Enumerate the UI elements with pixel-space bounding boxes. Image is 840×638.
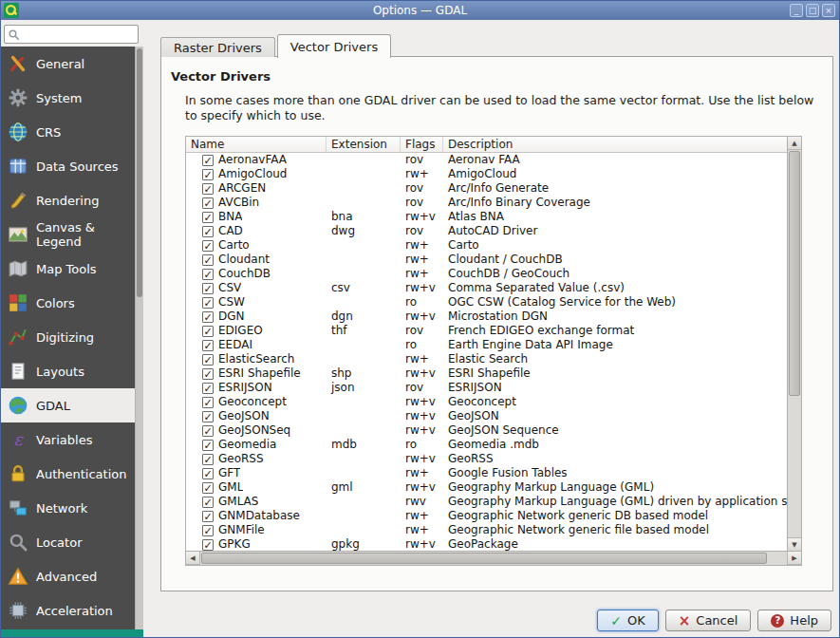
row-checkbox[interactable]: ✓	[202, 397, 214, 408]
sidebar-item-general[interactable]: General	[1, 47, 135, 81]
row-checkbox[interactable]: ✓	[202, 283, 214, 294]
titlebar[interactable]: Options — GDAL _ □ ×	[1, 1, 839, 20]
column-header-name[interactable]: Name	[186, 137, 327, 152]
table-row[interactable]: ✓ GMLAS rwv Geography Markup Language (G…	[186, 495, 787, 509]
row-checkbox[interactable]: ✓	[202, 269, 214, 280]
sidebar-item-authentication[interactable]: Authentication	[1, 457, 135, 491]
close-button[interactable]: ×	[822, 4, 835, 17]
settings-search-input[interactable]	[4, 25, 139, 44]
row-checkbox[interactable]: ✓	[202, 383, 214, 394]
sidebar-item-advanced[interactable]: Advanced	[1, 559, 135, 593]
sidebar-item-network[interactable]: Network	[1, 491, 135, 525]
sidebar-item-locator[interactable]: Locator	[1, 525, 135, 559]
table-row[interactable]: ✓ Carto rw+ Carto	[186, 238, 787, 253]
sidebar-item-colors[interactable]: Colors	[1, 286, 135, 320]
driver-name: DGN	[218, 310, 245, 324]
table-row[interactable]: ✓ ElasticSearch rw+ Elastic Search	[186, 352, 787, 366]
driver-flags: rov	[401, 181, 443, 196]
row-checkbox[interactable]: ✓	[202, 425, 214, 437]
ok-button[interactable]: ✓ OK	[597, 610, 659, 631]
sidebar-item-gdal[interactable]: GDAL	[1, 388, 135, 422]
sidebar-item-variables[interactable]: ε Variables	[1, 422, 135, 457]
minimize-button[interactable]: _	[790, 4, 803, 17]
row-checkbox[interactable]: ✓	[202, 155, 214, 166]
row-checkbox[interactable]: ✓	[202, 340, 214, 351]
vertical-scrollbar[interactable]: ▲ ▼	[787, 137, 801, 551]
table-row[interactable]: ✓ Geoconcept rw+v Geoconcept	[186, 395, 787, 409]
row-checkbox[interactable]: ✓	[202, 511, 214, 522]
tab-vector-drivers[interactable]: Vector Drivers	[277, 34, 391, 58]
sidebar-item-acceleration[interactable]: Acceleration	[1, 593, 135, 628]
table-row[interactable]: ✓ Cloudant rw+ Cloudant / CouchDB	[186, 253, 787, 267]
scroll-right-icon[interactable]: ▶	[787, 552, 801, 565]
row-checkbox[interactable]: ✓	[202, 326, 214, 337]
table-row[interactable]: ✓ GeoJSONSeq rw+v GeoJSON Sequence	[186, 423, 787, 438]
row-checkbox[interactable]: ✓	[202, 525, 214, 536]
maximize-button[interactable]: □	[806, 4, 819, 17]
table-row[interactable]: ✓ BNA bna rw+v Atlas BNA	[186, 210, 787, 224]
table-row[interactable]: ✓ GNMFile rw+ Geographic Network generic…	[186, 523, 787, 537]
driver-description: Carto	[443, 238, 787, 253]
table-row[interactable]: ✓ GeoJSON rw+v GeoJSON	[186, 409, 787, 423]
row-checkbox[interactable]: ✓	[202, 169, 214, 180]
sidebar-item-crs[interactable]: CRS	[1, 115, 135, 149]
sidebar-item-data-sources[interactable]: Data Sources	[1, 149, 135, 183]
row-checkbox[interactable]: ✓	[202, 226, 214, 237]
table-row[interactable]: ✓ CAD dwg rov AutoCAD Driver	[186, 224, 787, 238]
table-row[interactable]: ✓ GML gml rw+v Geography Markup Language…	[186, 480, 787, 495]
table-row[interactable]: ✓ GPKG gpkg rw+v GeoPackage	[186, 537, 787, 551]
table-row[interactable]: ✓ ESRI Shapefile shp rw+v ESRI Shapefile	[186, 366, 787, 381]
row-checkbox[interactable]: ✓	[202, 197, 214, 209]
cancel-button[interactable]: × Cancel	[665, 610, 752, 631]
row-checkbox[interactable]: ✓	[202, 254, 214, 266]
tab-raster-drivers[interactable]: Raster Drivers	[160, 37, 275, 57]
help-button[interactable]: ? Help	[757, 610, 831, 631]
horizontal-scroll-thumb[interactable]	[201, 553, 767, 564]
vertical-scroll-thumb[interactable]	[789, 151, 800, 396]
sidebar-item-rendering[interactable]: Rendering	[1, 183, 135, 217]
row-checkbox[interactable]: ✓	[202, 497, 214, 508]
row-checkbox[interactable]: ✓	[202, 482, 214, 494]
row-checkbox[interactable]: ✓	[202, 411, 214, 422]
sidebar-scrollbar[interactable]	[135, 47, 143, 631]
scroll-up-icon[interactable]: ▲	[788, 137, 801, 150]
row-checkbox[interactable]: ✓	[202, 539, 214, 551]
table-row[interactable]: ✓ AmigoCloud rw+ AmigoCloud	[186, 167, 787, 181]
table-row[interactable]: ✓ CSV csv rw+v Comma Separated Value (.c…	[186, 281, 787, 295]
row-checkbox[interactable]: ✓	[202, 354, 214, 366]
table-row[interactable]: ✓ ARCGEN rov Arc/Info Generate	[186, 181, 787, 196]
row-checkbox[interactable]: ✓	[202, 240, 214, 252]
row-checkbox[interactable]: ✓	[202, 212, 214, 223]
sidebar-item-layouts[interactable]: Layouts	[1, 354, 135, 388]
table-row[interactable]: ✓ AVCBin rov Arc/Info Binary Coverage	[186, 196, 787, 210]
table-row[interactable]: ✓ CSW ro OGC CSW (Catalog Service for th…	[186, 295, 787, 310]
row-checkbox[interactable]: ✓	[202, 454, 214, 465]
sidebar-scroll-thumb[interactable]	[137, 48, 142, 297]
sidebar-item-canvas-legend[interactable]: Canvas & Legend	[1, 217, 135, 252]
column-header-extension[interactable]: Extension	[327, 137, 401, 152]
row-checkbox[interactable]: ✓	[202, 297, 214, 309]
sidebar-item-system[interactable]: System	[1, 81, 135, 115]
horizontal-scrollbar[interactable]: ◀ ▶	[186, 551, 801, 565]
table-row[interactable]: ✓ EDIGEO thf rov French EDIGEO exchange …	[186, 324, 787, 338]
row-checkbox[interactable]: ✓	[202, 368, 214, 380]
table-row[interactable]: ✓ CouchDB rw+ CouchDB / GeoCouch	[186, 267, 787, 281]
row-checkbox[interactable]: ✓	[202, 440, 214, 451]
table-row[interactable]: ✓ EEDAI ro Earth Engine Data API Image	[186, 338, 787, 352]
sidebar-item-digitizing[interactable]: Digitizing	[1, 320, 135, 354]
row-checkbox[interactable]: ✓	[202, 183, 214, 195]
scroll-left-icon[interactable]: ◀	[186, 552, 200, 565]
table-row[interactable]: ✓ GNMDatabase rw+ Geographic Network gen…	[186, 509, 787, 523]
table-row[interactable]: ✓ Geomedia mdb ro Geomedia .mdb	[186, 438, 787, 452]
table-row[interactable]: ✓ AeronavFAA rov Aeronav FAA	[186, 153, 787, 167]
row-checkbox[interactable]: ✓	[202, 311, 214, 323]
table-row[interactable]: ✓ ESRIJSON json rov ESRIJSON	[186, 381, 787, 395]
row-checkbox[interactable]: ✓	[202, 468, 214, 479]
scroll-down-icon[interactable]: ▼	[788, 537, 801, 551]
sidebar-item-map-tools[interactable]: Map Tools	[1, 252, 135, 286]
column-header-description[interactable]: Description	[443, 137, 787, 152]
column-header-flags[interactable]: Flags	[401, 137, 443, 152]
table-row[interactable]: ✓ DGN dgn rw+v Microstation DGN	[186, 310, 787, 324]
table-row[interactable]: ✓ GFT rw+ Google Fusion Tables	[186, 466, 787, 480]
table-row[interactable]: ✓ GeoRSS rw+v GeoRSS	[186, 452, 787, 466]
